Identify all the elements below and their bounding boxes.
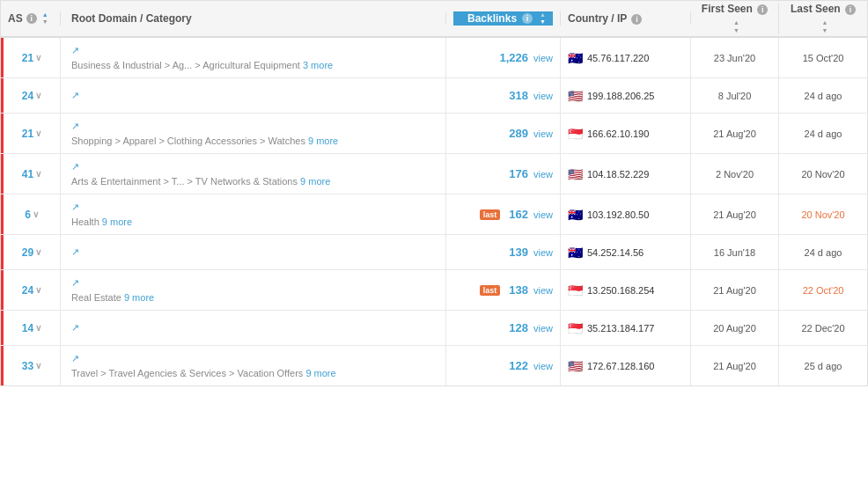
- backlink-count: 139: [509, 246, 528, 259]
- backlinks-sort[interactable]: ▲▼: [540, 11, 546, 26]
- chevron-icon[interactable]: ∨: [35, 91, 41, 100]
- category-text: Travel > Travel Agencies & Services > Va…: [71, 368, 435, 378]
- external-link-icon[interactable]: ↗: [71, 202, 435, 213]
- backlink-count: 289: [509, 127, 528, 140]
- first-info-icon[interactable]: i: [757, 4, 768, 15]
- backlink-count: 318: [509, 89, 528, 102]
- col-header-first[interactable]: First Seen i ▲▼: [691, 3, 779, 34]
- as-number: 33: [22, 360, 33, 372]
- chevron-icon[interactable]: ∨: [35, 247, 41, 257]
- chevron-icon[interactable]: ∨: [35, 53, 41, 62]
- ip-address: 54.252.14.56: [587, 247, 644, 258]
- cell-first-seen: 2 Nov'20: [691, 154, 779, 194]
- backlinks-table: AS i ▲▼ Root Domain / Category Backlinks…: [0, 0, 868, 386]
- last-header-label: Last Seen: [791, 3, 841, 15]
- as-info-icon[interactable]: i: [26, 13, 37, 24]
- first-seen-date: 8 Jul'20: [718, 91, 752, 101]
- view-link[interactable]: view: [533, 91, 553, 101]
- external-link-icon[interactable]: ↗: [71, 322, 435, 334]
- country-flag: 🇦🇺: [568, 208, 583, 222]
- last-badge: last: [480, 209, 501, 220]
- chevron-icon[interactable]: ∨: [33, 209, 39, 219]
- col-header-as[interactable]: AS i ▲▼: [1, 11, 61, 26]
- more-link[interactable]: 3 more: [303, 60, 333, 70]
- last-sort[interactable]: ▲▼: [822, 19, 828, 34]
- country-info-icon[interactable]: i: [631, 14, 642, 25]
- cell-country: 🇸🇬 13.250.168.254: [561, 270, 691, 310]
- more-link[interactable]: 9 more: [305, 368, 335, 378]
- external-link-icon[interactable]: ↗: [71, 161, 435, 172]
- view-link[interactable]: view: [533, 323, 553, 334]
- backlink-count: 176: [509, 167, 528, 180]
- last-seen-date: 25 d ago: [805, 361, 842, 371]
- cell-last-seen: 25 d ago: [779, 346, 867, 385]
- view-link[interactable]: view: [533, 247, 553, 258]
- cell-country: 🇺🇸 104.18.52.229: [561, 154, 691, 194]
- backlink-count: 1,226: [499, 51, 528, 64]
- cell-last-seen: 24 d ago: [779, 235, 867, 269]
- backlink-count: 128: [509, 321, 528, 334]
- as-sort[interactable]: ▲▼: [42, 11, 48, 26]
- cell-backlinks: 289 view: [446, 114, 561, 153]
- col-header-country[interactable]: Country / IP i: [561, 12, 691, 25]
- ip-address: 35.213.184.177: [587, 323, 654, 334]
- cell-domain: ↗ Business & Industrial > Ag... > Agricu…: [61, 38, 446, 77]
- cell-as: 21 ∨: [1, 38, 61, 77]
- col-header-last[interactable]: Last Seen i ▲▼: [779, 3, 867, 34]
- chevron-icon[interactable]: ∨: [35, 323, 41, 333]
- domain-header-label: Root Domain / Category: [71, 12, 192, 25]
- as-number: 41: [22, 168, 33, 180]
- cell-country: 🇦🇺 45.76.117.220: [561, 38, 691, 77]
- table-row: 33 ∨ ↗ Travel > Travel Agencies & Servic…: [1, 346, 867, 385]
- category-text: Arts & Entertainment > T... > TV Network…: [71, 176, 435, 187]
- cell-backlinks: 139 view: [446, 235, 561, 269]
- cell-last-seen: 15 Oct'20: [779, 38, 867, 77]
- view-link[interactable]: view: [533, 285, 553, 296]
- cell-last-seen: 20 Nov'20: [779, 194, 867, 234]
- external-link-icon[interactable]: ↗: [71, 353, 435, 364]
- ip-address: 172.67.128.160: [587, 361, 654, 371]
- more-link[interactable]: 9 more: [102, 216, 132, 227]
- category-text: Shopping > Apparel > Clothing Accessorie…: [71, 136, 435, 146]
- more-link[interactable]: 9 more: [308, 136, 338, 146]
- cell-domain: ↗ Real Estate 9 more: [61, 270, 446, 310]
- view-link[interactable]: view: [533, 128, 553, 139]
- cell-first-seen: 16 Jun'18: [691, 235, 779, 269]
- first-seen-date: 16 Jun'18: [714, 247, 755, 258]
- cell-as: 6 ∨: [1, 194, 61, 234]
- view-link[interactable]: view: [533, 53, 553, 63]
- last-seen-date: 20 Nov'20: [801, 209, 844, 220]
- first-seen-date: 21 Aug'20: [713, 128, 756, 139]
- chevron-icon[interactable]: ∨: [35, 361, 41, 371]
- last-seen-date: 24 d ago: [805, 247, 842, 258]
- view-link[interactable]: view: [533, 361, 553, 371]
- table-row: 29 ∨ ↗ 139 view 🇦🇺 54.252.14.56 16 Jun'1…: [1, 235, 867, 270]
- backlinks-info-icon[interactable]: i: [522, 13, 533, 24]
- external-link-icon[interactable]: ↗: [71, 90, 435, 101]
- col-header-backlinks[interactable]: Backlinks i ▲▼: [446, 11, 561, 26]
- country-flag: 🇸🇬: [568, 283, 583, 297]
- cell-domain: ↗: [61, 235, 446, 269]
- chevron-icon[interactable]: ∨: [35, 128, 41, 138]
- first-sort[interactable]: ▲▼: [733, 19, 739, 34]
- as-number: 24: [22, 284, 33, 297]
- last-badge: last: [480, 285, 501, 296]
- external-link-icon[interactable]: ↗: [71, 277, 435, 289]
- first-seen-date: 2 Nov'20: [716, 169, 754, 180]
- view-link[interactable]: view: [533, 169, 553, 180]
- country-flag: 🇺🇸: [568, 89, 583, 103]
- last-info-icon[interactable]: i: [845, 4, 856, 15]
- external-link-icon[interactable]: ↗: [71, 246, 435, 258]
- ip-address: 13.250.168.254: [587, 285, 654, 296]
- cell-as: 33 ∨: [1, 346, 61, 385]
- more-link[interactable]: 9 more: [124, 292, 154, 303]
- cell-first-seen: 8 Jul'20: [691, 78, 779, 113]
- view-link[interactable]: view: [533, 209, 553, 220]
- chevron-icon[interactable]: ∨: [35, 285, 41, 295]
- external-link-icon[interactable]: ↗: [71, 121, 435, 132]
- external-link-icon[interactable]: ↗: [71, 45, 435, 56]
- cell-country: 🇺🇸 172.67.128.160: [561, 346, 691, 385]
- more-link[interactable]: 9 more: [300, 176, 330, 187]
- chevron-icon[interactable]: ∨: [35, 169, 41, 179]
- country-header-label: Country / IP: [568, 12, 627, 25]
